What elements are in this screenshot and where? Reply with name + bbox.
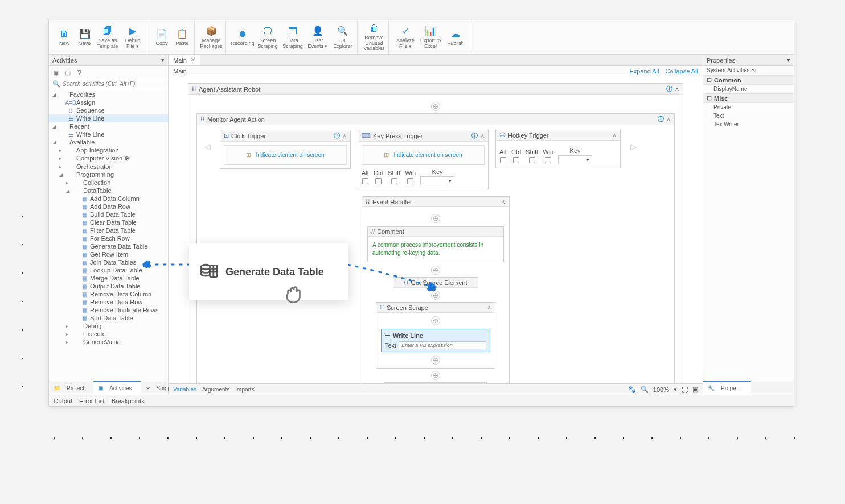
event-handler[interactable]: ⁞⁞Event Handler⋏ ⊕ // Comment A common p… xyxy=(362,196,510,383)
data-scraping-button[interactable]: 🗔Data Scraping xyxy=(281,23,305,52)
key-press-trigger[interactable]: ⌨Key Press Triggerⓘ⋏ ⊞Indicate element o… xyxy=(358,130,489,189)
data-entry-activity[interactable]: ⁞⁞Data Entry⋏ ⊕ Drop Activity Here ⊕ xyxy=(384,382,487,383)
tree-item[interactable]: ▸Collection xyxy=(49,179,168,187)
collapse-icon[interactable]: ⋏ xyxy=(612,131,617,139)
tab-activities[interactable]: ▣ Activities xyxy=(93,381,141,395)
agent-assistant-robot[interactable]: ⁞⁞Agent Assistant Robotⓘ⋏ ⊕ ⁞⁞Monitor Ag… xyxy=(188,83,683,383)
publish-button[interactable]: ☁Publish xyxy=(444,23,467,52)
shift-checkbox[interactable] xyxy=(529,156,535,163)
tab-variables[interactable]: Variables xyxy=(173,386,196,393)
info-icon[interactable]: ⓘ xyxy=(666,85,672,93)
tree-item[interactable]: ▦Remove Duplicate Rows xyxy=(49,306,168,314)
tree-item[interactable]: ▦Remove Data Column xyxy=(49,290,168,298)
prop-text[interactable]: Text xyxy=(703,111,794,120)
tree-item[interactable]: ◢Programming xyxy=(49,171,168,179)
key-select[interactable]: ▾ xyxy=(420,176,454,185)
activities-search-input[interactable] xyxy=(63,81,165,87)
expand-all-link[interactable]: Expand All xyxy=(629,68,659,75)
ui-explorer-button[interactable]: 🔍UI Explorer xyxy=(331,23,355,52)
add-activity[interactable]: ⊕ xyxy=(431,371,440,380)
tree-item[interactable]: ▦Join Data Tables xyxy=(49,258,168,266)
get-source-element[interactable]: ⟨⟩Get Source Element xyxy=(393,277,478,288)
key-select[interactable]: ▾ xyxy=(558,155,592,164)
workflow-canvas[interactable]: ⁞⁞Agent Assistant Robotⓘ⋏ ⊕ ⁞⁞Monitor Ag… xyxy=(169,76,703,383)
remove-unused-button[interactable]: 🗑Remove Unused Variables xyxy=(362,23,386,52)
tree-item[interactable]: ▸Debug xyxy=(49,322,168,330)
user-events-button[interactable]: 👤User Events ▾ xyxy=(306,23,330,52)
overview-icon[interactable]: ▣ xyxy=(692,386,698,393)
tree-item[interactable]: ▸GenericValue xyxy=(49,338,168,346)
collapse-icon[interactable]: ⋏ xyxy=(480,132,485,139)
fit-to-screen-icon[interactable]: ⛶ xyxy=(682,386,688,393)
section-common[interactable]: ⊟Common xyxy=(703,75,794,85)
paste-button[interactable]: 📋Paste xyxy=(173,23,192,52)
panel-dropdown-icon[interactable]: ▾ xyxy=(161,56,165,64)
tree-item[interactable]: ⁞⁞Sequence xyxy=(49,106,168,114)
tab-imports[interactable]: Imports xyxy=(235,386,254,393)
tree-item[interactable]: ◢Available xyxy=(49,138,168,146)
debug-file-button[interactable]: ▶Debug File ▾ xyxy=(121,23,145,52)
collapse-all-icon[interactable]: ▢ xyxy=(64,68,72,76)
alt-checkbox[interactable] xyxy=(500,156,506,163)
tree-item[interactable]: ◢DataTable xyxy=(49,187,168,195)
search-icon[interactable]: 🔍 xyxy=(641,386,649,393)
add-activity[interactable]: ⊕ xyxy=(431,316,440,325)
status-error-list[interactable]: Error List xyxy=(79,398,105,404)
info-icon[interactable]: ⓘ xyxy=(658,115,664,123)
collapse-icon[interactable]: ⋏ xyxy=(501,198,506,205)
collapse-icon[interactable]: ⋏ xyxy=(342,132,347,139)
recording-button[interactable]: ⏺Recording xyxy=(231,23,255,52)
keypress-indicate-region[interactable]: ⊞Indicate element on screen xyxy=(362,145,485,165)
add-activity[interactable]: ⊕ xyxy=(431,266,440,275)
tab-project[interactable]: 📁 Project xyxy=(49,381,93,395)
info-icon[interactable]: ⓘ xyxy=(334,131,340,140)
collapse-icon[interactable]: ⋏ xyxy=(666,115,671,123)
ctrl-checkbox[interactable] xyxy=(513,156,519,163)
tree-item[interactable]: ◢Favorites xyxy=(49,90,168,98)
prop-private[interactable]: Private xyxy=(703,103,794,111)
alt-checkbox[interactable] xyxy=(362,177,368,184)
tree-item[interactable]: ▦Get Row Item xyxy=(49,250,168,258)
tree-item[interactable]: ▦Generate Data Table xyxy=(49,242,168,250)
prev-arrow-icon[interactable]: ◁ xyxy=(202,141,213,152)
next-arrow-icon[interactable]: ▷ xyxy=(627,141,639,152)
write-line-activity[interactable]: ☰Write Line Text xyxy=(381,329,490,352)
copy-button[interactable]: 📄Copy xyxy=(152,23,171,52)
filter-icon[interactable]: ∇ xyxy=(75,68,83,76)
warnings-icon[interactable]: 🐾 xyxy=(628,386,636,393)
manage-packages-button[interactable]: 📦Manage Packages xyxy=(199,23,223,52)
writeline-text-input[interactable] xyxy=(399,341,486,349)
close-tab-icon[interactable]: ✕ xyxy=(190,56,195,64)
tree-item[interactable]: ▸Computer Vision ⊕ xyxy=(49,154,168,163)
tree-item[interactable]: ▸Execute xyxy=(49,330,168,338)
save-button[interactable]: 💾Save xyxy=(75,23,95,52)
tree-item[interactable]: ▦For Each Row xyxy=(49,234,168,242)
tree-item[interactable]: ☰Write Line xyxy=(49,130,168,138)
analyze-file-button[interactable]: ✓Analyze File ▾ xyxy=(393,23,417,52)
tree-item[interactable]: ▦Clear Data Table xyxy=(49,218,168,226)
comment-activity[interactable]: // Comment A common process improvement … xyxy=(367,226,504,262)
tab-properties[interactable]: 🔧 Prope… xyxy=(703,381,751,395)
new-button[interactable]: 🗎New xyxy=(55,23,74,52)
tab-arguments[interactable]: Arguments xyxy=(202,386,229,393)
status-breakpoints[interactable]: Breakpoints xyxy=(112,398,145,404)
status-output[interactable]: Output xyxy=(54,398,72,404)
tree-item[interactable]: A=BAssign xyxy=(49,98,168,106)
tree-item[interactable]: ▦Build Data Table xyxy=(49,210,168,218)
tree-item[interactable]: ▦Output Data Table xyxy=(49,282,168,290)
prop-textwriter[interactable]: TextWriter xyxy=(703,120,794,129)
add-activity[interactable]: ⊕ xyxy=(431,356,440,365)
tree-item[interactable]: ▦Lookup Data Table xyxy=(49,266,168,274)
tab-main[interactable]: Main✕ xyxy=(169,55,200,65)
tree-item[interactable]: ☰Write Line xyxy=(49,114,168,122)
tree-item[interactable]: ▸Orchestrator xyxy=(49,163,168,171)
collapse-icon[interactable]: ⋏ xyxy=(487,304,491,311)
add-activity[interactable]: ⊕ xyxy=(431,291,440,300)
section-misc[interactable]: ⊟Misc xyxy=(703,93,794,103)
hotkey-trigger[interactable]: ⌘Hotkey Trigger⋏ Alt Ctrl Shift Win xyxy=(495,130,621,168)
info-icon[interactable]: ⓘ xyxy=(471,131,478,140)
export-excel-button[interactable]: 📊Export to Excel xyxy=(419,23,442,52)
ctrl-checkbox[interactable] xyxy=(375,177,382,184)
collapse-icon[interactable]: ⋏ xyxy=(675,85,679,93)
collapse-all-link[interactable]: Collapse All xyxy=(666,68,698,75)
